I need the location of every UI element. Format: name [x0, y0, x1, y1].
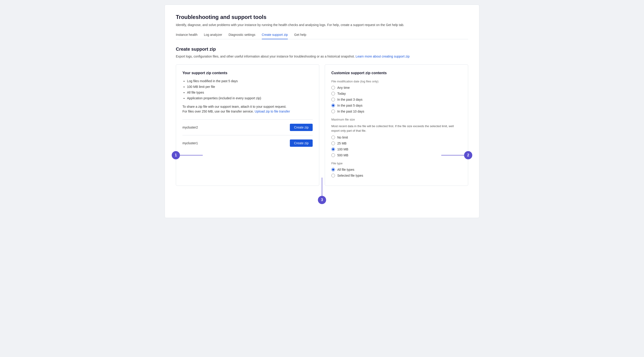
radio-today[interactable]: Today: [331, 92, 462, 95]
learn-more-link[interactable]: Learn more about creating support zip: [356, 55, 410, 58]
radio-any-time-input[interactable]: [331, 86, 335, 90]
page-title: Troubleshooting and support tools: [176, 14, 468, 20]
customize-panel: Customize support zip contents File modi…: [325, 64, 468, 186]
radio-no-limit[interactable]: No limit: [331, 136, 462, 139]
radio-100mb-input[interactable]: [331, 147, 335, 151]
customize-panel-title: Customize support zip contents: [331, 71, 462, 75]
content-grid: Your support zip contents Log files modi…: [176, 64, 468, 186]
section-desc: Export logs, configuration files, and ot…: [176, 54, 468, 59]
radio-past-5-days-input[interactable]: [331, 104, 335, 107]
contents-list: Log files modified in the past 5 days 10…: [182, 79, 313, 101]
list-item: Application properties (included in ever…: [187, 96, 313, 101]
cluster-name-2: mycluster2: [182, 126, 198, 129]
radio-today-input[interactable]: [331, 92, 335, 95]
list-item: All file types: [187, 90, 313, 95]
create-zip-button-mycluster2[interactable]: Create zip: [290, 124, 313, 131]
content-wrapper: 1 2 3 Your support zip contents Log file…: [176, 64, 468, 186]
tab-get-help[interactable]: Get help: [294, 33, 306, 39]
callout-line-2: [441, 155, 464, 155]
callout-badge-2: 2: [464, 151, 472, 159]
radio-no-limit-input[interactable]: [331, 136, 335, 139]
support-zip-contents-panel: Your support zip contents Log files modi…: [176, 64, 319, 186]
create-zip-button-mycluster1[interactable]: Create zip: [290, 139, 313, 147]
file-mod-radio-group: Any time Today In the past 3 days In the…: [331, 86, 462, 113]
radio-selected-file-types[interactable]: Selected file types: [331, 174, 462, 177]
tab-create-support-zip[interactable]: Create support zip: [262, 33, 288, 39]
radio-past-10-days-input[interactable]: [331, 110, 335, 113]
tab-instance-health[interactable]: Instance health: [176, 33, 198, 39]
radio-500mb-input[interactable]: [331, 153, 335, 157]
tab-diagnostic-settings[interactable]: Diagnostic settings: [228, 33, 256, 39]
cluster-row-mycluster1: mycluster1 Create zip: [182, 135, 313, 151]
radio-100mb[interactable]: 100 MB: [331, 147, 462, 151]
radio-past-3-days-input[interactable]: [331, 98, 335, 101]
section-title: Create support zip: [176, 47, 468, 52]
file-type-radio-group: All file types Selected file types: [331, 168, 462, 177]
radio-past-3-days[interactable]: In the past 3 days: [331, 98, 462, 101]
callout-line-3: [322, 178, 322, 196]
cluster-name-1: mycluster1: [182, 141, 198, 145]
upload-link[interactable]: Upload zip to file transfer: [255, 110, 290, 113]
radio-selected-file-types-input[interactable]: [331, 174, 335, 177]
callout-badge-3: 3: [318, 196, 326, 204]
tab-log-analyzer[interactable]: Log analyzer: [204, 33, 222, 39]
callout-badge-1: 1: [172, 151, 180, 159]
tabs-nav: Instance health Log analyzer Diagnostic …: [176, 33, 468, 39]
page-subtitle: Identify, diagnose, and solve problems w…: [176, 23, 468, 27]
list-item: 100 MB limit per file: [187, 85, 313, 89]
cluster-row-mycluster2: mycluster2 Create zip: [182, 119, 313, 135]
radio-past-10-days[interactable]: In the past 10 days: [331, 110, 462, 113]
callout-line-1: [180, 155, 203, 155]
radio-25mb[interactable]: 25 MB: [331, 142, 462, 145]
list-item: Log files modified in the past 5 days: [187, 79, 313, 84]
radio-past-5-days[interactable]: In the past 5 days: [331, 104, 462, 107]
radio-any-time[interactable]: Any time: [331, 86, 462, 90]
max-file-size-desc: Most recent data in the file will be col…: [331, 124, 462, 133]
left-panel-title: Your support zip contents: [182, 71, 313, 75]
max-file-size-radio-group: No limit 25 MB 100 MB 500 MB: [331, 136, 462, 157]
radio-25mb-input[interactable]: [331, 142, 335, 145]
file-mod-label: File modification date (log files only): [331, 80, 462, 83]
max-file-size-label: Maximum file size: [331, 118, 462, 121]
radio-all-file-types[interactable]: All file types: [331, 168, 462, 171]
radio-all-file-types-input[interactable]: [331, 168, 335, 171]
share-note: To share a zip file with our support tea…: [182, 104, 313, 114]
file-type-label: File type: [331, 162, 462, 165]
